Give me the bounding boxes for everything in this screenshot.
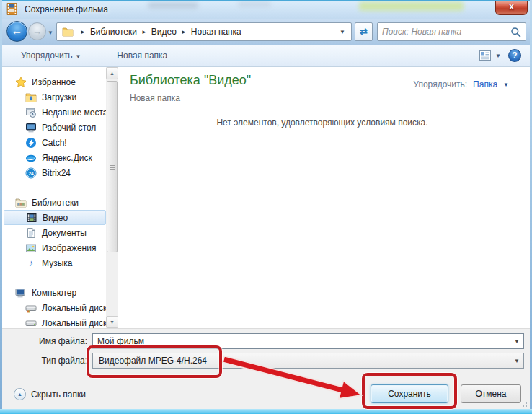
sidebar-item-documents[interactable]: Документы <box>4 225 106 240</box>
filename-input[interactable]: Мой фильм <box>92 333 524 349</box>
chevron-down-icon: ▼ <box>75 53 81 60</box>
views-icon <box>479 50 491 61</box>
disk-drive-icon <box>25 317 37 329</box>
library-title: Библиотека "Видео" <box>130 73 251 88</box>
breadcrumb-separator-icon: ► <box>181 29 187 35</box>
sidebar-section-libraries[interactable]: Библиотеки <box>4 195 106 210</box>
breadcrumb-separator-icon: ► <box>80 29 86 35</box>
breadcrumb-new-folder[interactable]: Новая папка <box>191 27 241 37</box>
recent-pages-caret-icon[interactable]: ▼ <box>48 30 53 36</box>
sidebar-item-music[interactable]: ♪ Музыка <box>4 255 106 270</box>
arrange-by-dropdown[interactable]: Папка <box>473 79 497 89</box>
window-border-bottom <box>0 409 532 414</box>
resize-grip[interactable] <box>520 400 527 407</box>
breadcrumb-video[interactable]: Видео <box>151 27 177 37</box>
film-app-icon <box>6 3 17 15</box>
save-button[interactable]: Сохранить <box>371 384 448 403</box>
sidebar-section-computer[interactable]: Компьютер <box>4 285 106 300</box>
sidebar-item-desktop[interactable]: Рабочий стол <box>4 120 106 135</box>
filename-dropdown-caret-icon[interactable]: ▼ <box>514 338 520 345</box>
libraries-icon <box>15 197 27 208</box>
sidebar-item-bitrix24[interactable]: 24 Bitrix24 <box>4 165 106 180</box>
sidebar-section-label: Библиотеки <box>32 198 79 208</box>
text-caret <box>146 336 146 346</box>
address-dropdown-caret-icon[interactable]: ▼ <box>337 29 348 35</box>
cancel-button[interactable]: Отмена <box>461 384 521 403</box>
chevron-up-icon: ▲ <box>14 388 26 400</box>
filetype-label: Тип файла: <box>2 356 87 366</box>
sidebar-item-label: Локальный диск <box>42 303 106 313</box>
svg-text:24: 24 <box>28 170 34 175</box>
chevron-down-icon[interactable]: ▼ <box>503 82 509 88</box>
search-box <box>377 22 526 41</box>
command-toolbar: Упорядочить▼ Новая папка ▼ ? <box>2 45 530 67</box>
filename-value: Мой фильм <box>97 336 144 346</box>
sidebar-item-label: Недавние места <box>42 107 106 118</box>
sidebar-item-downloads[interactable]: Загрузки <box>4 89 106 105</box>
search-input[interactable] <box>382 27 510 37</box>
file-list-pane: Библиотека "Видео" Новая папка Упорядочи… <box>118 67 526 328</box>
refresh-button[interactable]: ⇄ <box>355 22 373 41</box>
empty-search-message: Нет элементов, удовлетворяющих условиям … <box>118 118 526 128</box>
scroll-up-icon[interactable]: ▲ <box>106 67 118 79</box>
address-bar[interactable]: ► Библиотеки ► Видео ► Новая папка ▼ <box>56 22 352 41</box>
recent-places-icon <box>25 107 37 118</box>
sidebar-item-label: Локальный диск <box>42 318 106 328</box>
sidebar-item-label: Яндекс.Диск <box>42 153 92 163</box>
sidebar-item-local-disk-d[interactable]: Локальный диск <box>4 315 106 328</box>
filetype-dropdown[interactable]: Видеофайл MPEG-4/H.264 <box>92 353 524 369</box>
sidebar-section-favorites[interactable]: Избранное <box>4 74 106 89</box>
close-button[interactable]: x <box>495 0 528 15</box>
sidebar-item-label: Catch! <box>42 138 67 148</box>
change-view-button[interactable]: ▼ <box>479 50 501 61</box>
background-blur-blob <box>148 2 198 9</box>
search-icon <box>510 27 521 38</box>
sidebar-item-label: Документы <box>42 228 87 238</box>
yandex-disk-icon <box>25 152 37 164</box>
music-icon: ♪ <box>25 257 37 269</box>
back-button[interactable]: ← <box>6 21 27 42</box>
window-border-left <box>0 0 2 414</box>
sidebar-item-recent-places[interactable]: Недавние места <box>4 105 106 120</box>
sidebar-scrollbar[interactable]: ▲ ▼ <box>106 67 118 328</box>
scrollbar-thumb[interactable] <box>107 81 118 252</box>
navigation-pane: Избранное Загрузки Недавние места Рабочи… <box>4 67 106 328</box>
chevron-down-icon: ▼ <box>495 53 501 59</box>
hide-folders-button[interactable]: ▲ Скрыть папки <box>14 388 86 400</box>
filetype-dropdown-caret-icon[interactable]: ▼ <box>514 358 520 364</box>
new-folder-button[interactable]: Новая папка <box>111 48 173 63</box>
pictures-icon <box>25 242 37 254</box>
sidebar-item-pictures[interactable]: Изображения <box>4 240 106 255</box>
window-title: Сохранение фильма <box>25 4 108 14</box>
sidebar-item-local-disk-c[interactable]: Локальный диск <box>4 300 106 315</box>
organize-menu-button[interactable]: Упорядочить▼ <box>15 48 87 63</box>
video-library-icon <box>26 212 37 224</box>
scroll-down-icon[interactable]: ▼ <box>106 316 118 328</box>
header-divider <box>125 107 522 107</box>
sidebar-section-label: Избранное <box>32 77 76 87</box>
sidebar-item-yandex-disk[interactable]: Яндекс.Диск <box>4 150 106 165</box>
sidebar-item-video[interactable]: Видео <box>4 210 106 225</box>
window-border-top <box>0 0 532 1</box>
sidebar-item-label: Рабочий стол <box>42 123 96 133</box>
sidebar-item-label: Bitrix24 <box>42 168 71 178</box>
forward-button[interactable]: → <box>28 22 46 40</box>
folder-icon <box>62 27 74 37</box>
breadcrumb-libraries[interactable]: Библиотеки <box>90 27 137 37</box>
arrange-by-label: Упорядочить: <box>413 79 467 89</box>
organize-menu-label: Упорядочить <box>21 50 72 61</box>
sidebar-item-label: Видео <box>43 213 68 223</box>
disk-drive-icon <box>25 302 37 314</box>
breadcrumb-separator-icon: ► <box>141 29 147 35</box>
background-blur-blob <box>238 1 271 7</box>
documents-icon <box>25 227 37 239</box>
title-bar: Сохранение фильма x <box>0 0 532 19</box>
background-blur-blob <box>359 1 464 11</box>
help-button[interactable]: ? <box>508 49 521 62</box>
bitrix24-icon: 24 <box>25 167 37 179</box>
sidebar-item-label: Загрузки <box>42 92 76 102</box>
sidebar-item-catch[interactable]: Catch! <box>4 135 106 150</box>
hide-folders-label: Скрыть папки <box>31 389 86 400</box>
catch-app-icon <box>25 137 37 149</box>
save-dialog-footer: Имя файла: Мой фильм ▼ Тип файла: Видеоф… <box>2 328 530 410</box>
